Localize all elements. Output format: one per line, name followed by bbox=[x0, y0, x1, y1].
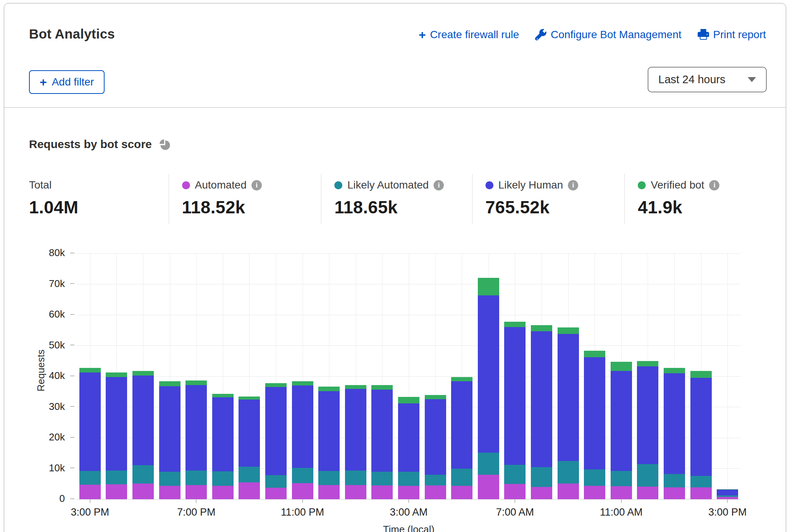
bar-500pm[interactable] bbox=[132, 371, 154, 499]
bar-300am[interactable] bbox=[398, 397, 419, 499]
info-icon[interactable]: i bbox=[252, 180, 262, 190]
add-filter-label: Add filter bbox=[52, 76, 94, 88]
bar-segment-automated bbox=[690, 487, 712, 499]
y-tick-label: 50k bbox=[34, 339, 65, 351]
bar-segment-likely-human bbox=[504, 327, 526, 465]
bar-segment-automated bbox=[451, 486, 472, 499]
bar-segment-likely-automated bbox=[611, 471, 632, 486]
printer-icon bbox=[698, 29, 709, 40]
bar-segment-likely-human bbox=[212, 397, 234, 471]
bar-800pm[interactable] bbox=[212, 394, 234, 499]
bot-analytics-card: Bot Analytics + Create firewall rule Con… bbox=[4, 3, 786, 532]
bar-segment-likely-human bbox=[717, 490, 738, 495]
x-tick-mark bbox=[621, 499, 622, 503]
bar-1200pm[interactable] bbox=[637, 361, 658, 499]
bar-segment-verified-bot bbox=[265, 383, 287, 387]
time-range-dropdown[interactable]: Last 24 hours bbox=[648, 67, 767, 92]
bar-segment-verified-bot bbox=[584, 351, 605, 357]
bar-segment-likely-automated bbox=[690, 476, 712, 488]
y-tick-label: 60k bbox=[34, 308, 65, 320]
print-report-link[interactable]: Print report bbox=[698, 29, 766, 41]
bar-1000am[interactable] bbox=[584, 351, 605, 499]
bar-segment-likely-human bbox=[451, 381, 472, 469]
x-tick-mark bbox=[302, 499, 303, 503]
bar-1100pm[interactable] bbox=[292, 381, 313, 499]
bar-200pm[interactable] bbox=[690, 371, 712, 499]
bar-100am[interactable] bbox=[345, 385, 366, 499]
bar-segment-likely-human bbox=[584, 357, 605, 469]
bar-segment-likely-human bbox=[79, 372, 101, 471]
bar-400am[interactable] bbox=[425, 395, 446, 499]
stat-total: Total 1.04M bbox=[29, 174, 169, 224]
add-filter-button[interactable]: + Add filter bbox=[29, 70, 105, 94]
bar-segment-verified-bot bbox=[292, 381, 313, 385]
info-icon[interactable]: i bbox=[709, 180, 719, 190]
bar-1200am[interactable] bbox=[318, 387, 340, 499]
stat-value: 765.52k bbox=[485, 197, 625, 218]
bar-segment-likely-automated bbox=[292, 468, 313, 483]
y-tick-label: 30k bbox=[34, 401, 65, 413]
bar-300pm[interactable] bbox=[79, 368, 101, 499]
bar-1000pm[interactable] bbox=[265, 383, 287, 499]
create-firewall-rule-link[interactable]: + Create firewall rule bbox=[419, 29, 519, 41]
bar-500am[interactable] bbox=[451, 377, 472, 499]
y-tick-mark bbox=[70, 498, 74, 499]
y-tick: 60k bbox=[34, 308, 77, 320]
bar-segment-likely-automated bbox=[79, 471, 101, 485]
bar-segment-verified-bot bbox=[345, 385, 366, 389]
x-tick-mark bbox=[196, 499, 197, 503]
bar-300pm[interactable] bbox=[717, 489, 738, 499]
bar-segment-likely-human bbox=[345, 389, 366, 471]
configure-bot-management-link[interactable]: Configure Bot Management bbox=[535, 29, 681, 41]
stat-label: Likely Automated bbox=[347, 179, 429, 191]
page-title: Bot Analytics bbox=[29, 26, 115, 42]
stat-label: Total bbox=[29, 179, 52, 191]
bar-200am[interactable] bbox=[371, 385, 393, 499]
bar-900pm[interactable] bbox=[239, 397, 260, 499]
bar-segment-likely-human bbox=[425, 399, 446, 474]
y-tick-label: 0 bbox=[34, 493, 65, 505]
y-tick-mark bbox=[70, 376, 74, 376]
y-tick-mark bbox=[70, 406, 74, 407]
stat-value: 41.9k bbox=[638, 197, 769, 218]
bar-segment-verified-bot bbox=[504, 322, 526, 327]
gridline-vertical bbox=[727, 253, 728, 499]
bar-100pm[interactable] bbox=[664, 368, 685, 500]
bar-segment-likely-automated bbox=[265, 475, 287, 488]
bar-segment-verified-bot bbox=[185, 380, 207, 385]
bar-segment-likely-human bbox=[531, 331, 552, 467]
bar-600am[interactable] bbox=[478, 278, 499, 499]
bar-segment-automated bbox=[558, 484, 579, 499]
y-tick-mark bbox=[70, 314, 74, 315]
bar-700am[interactable] bbox=[504, 322, 526, 499]
stat-label: Likely Human bbox=[498, 179, 563, 191]
configure-bot-management-label: Configure Bot Management bbox=[551, 29, 681, 41]
bar-segment-automated bbox=[637, 487, 658, 499]
print-report-label: Print report bbox=[713, 29, 766, 41]
x-tick-mark bbox=[514, 499, 515, 503]
bar-segment-automated bbox=[159, 486, 181, 499]
y-tick: 40k bbox=[34, 370, 77, 382]
bar-segment-automated bbox=[425, 485, 446, 499]
bar-900am[interactable] bbox=[558, 327, 579, 499]
bar-600pm[interactable] bbox=[159, 381, 181, 499]
bar-segment-likely-automated bbox=[239, 467, 260, 482]
bar-400pm[interactable] bbox=[106, 372, 127, 499]
info-icon[interactable]: i bbox=[434, 180, 444, 190]
bar-segment-likely-human bbox=[558, 334, 579, 461]
stat-likely-human: Likely Human i 765.52k bbox=[472, 174, 625, 224]
y-tick-label: 70k bbox=[34, 278, 65, 290]
bar-1100am[interactable] bbox=[611, 362, 632, 499]
x-tick-label: 11:00 AM bbox=[587, 506, 656, 518]
bar-segment-automated bbox=[398, 486, 419, 499]
requests-by-bot-score-chart: Requests 010k20k30k40k50k60k70k80k3:00 P… bbox=[77, 253, 741, 499]
time-range-value: Last 24 hours bbox=[658, 73, 726, 86]
bar-segment-automated bbox=[132, 484, 154, 499]
bar-700pm[interactable] bbox=[185, 380, 207, 500]
y-tick-label: 40k bbox=[34, 370, 65, 382]
info-icon[interactable]: i bbox=[568, 180, 578, 190]
y-tick: 20k bbox=[34, 431, 77, 443]
legend-dot-likely-automated bbox=[334, 181, 342, 189]
pie-chart-icon bbox=[159, 138, 172, 151]
bar-800am[interactable] bbox=[531, 325, 552, 499]
